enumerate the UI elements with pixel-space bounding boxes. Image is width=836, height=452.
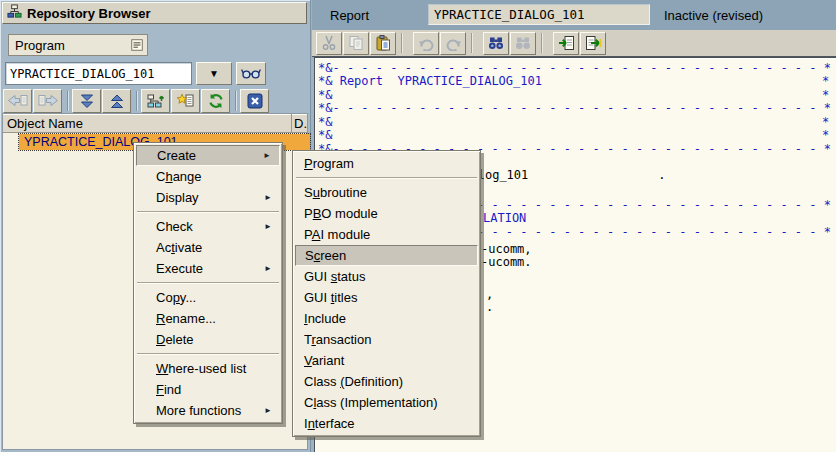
menu-item-screen[interactable]: Screen (295, 245, 478, 266)
browser-toolbar (3, 88, 270, 113)
next-object-button[interactable] (553, 32, 579, 55)
report-label: Report (330, 8, 369, 23)
menu-item-pbo-module[interactable]: PBO module (295, 203, 478, 224)
menu-item-transaction[interactable]: Transaction (295, 329, 478, 350)
menu-item-label: Find (156, 382, 181, 397)
toolbar-separator (132, 90, 141, 112)
menu-item-label: Class (Definition) (304, 374, 403, 389)
chevron-down-icon: ▼ (209, 68, 219, 79)
glasses-icon (241, 67, 261, 80)
menu-item-label: Display (156, 190, 199, 205)
close-x-icon (247, 93, 263, 109)
menu-item-more-functions[interactable]: More functions► (136, 400, 280, 421)
toolbar-separator (63, 90, 72, 112)
menu-item-display[interactable]: Display► (136, 187, 280, 208)
menu-item-label: Screen (305, 248, 346, 263)
back-doc-icon (7, 93, 29, 108)
forward-doc-button (33, 89, 62, 113)
display-object-button[interactable] (236, 62, 266, 85)
menu-item-label: PAI module (304, 227, 370, 242)
menu-item-label: Rename... (156, 311, 216, 326)
last-object-button[interactable] (580, 32, 606, 55)
copy-icon (348, 35, 364, 51)
undo-icon (418, 36, 435, 51)
submenu-arrow-icon: ► (264, 264, 272, 273)
menu-item-label: Class (Implementation) (304, 395, 438, 410)
expand-all-icon (79, 93, 95, 109)
menu-item-delete[interactable]: Delete (136, 329, 280, 350)
toolbar-separator (537, 32, 553, 54)
object-name-input[interactable]: YPRACTICE_DIALOG_101 (5, 62, 192, 85)
menu-item-check[interactable]: Check► (136, 216, 280, 237)
repository-browser-icon (7, 4, 22, 22)
menu-item-class-definition[interactable]: Class (Definition) (295, 371, 478, 392)
menu-item-activate[interactable]: Activate (136, 237, 280, 258)
cut-icon (321, 35, 337, 51)
favorites-doc-button[interactable] (171, 89, 200, 113)
menu-item-label: Variant (304, 353, 344, 368)
combo-list-icon[interactable] (130, 38, 144, 52)
menu-item-variant[interactable]: Variant (295, 350, 478, 371)
menu-item-label: Include (304, 311, 346, 326)
tree-header: Object Name D. (3, 114, 307, 133)
collapse-all-button[interactable] (102, 89, 131, 113)
object-type-value: Program (15, 38, 65, 53)
report-name-field[interactable]: YPRACTICE_DIALOG_101 (428, 4, 650, 25)
panel-title: Repository Browser (27, 6, 151, 21)
menu-item-where-used-list[interactable]: Where-used list (136, 358, 280, 379)
toolbar-separator (231, 90, 240, 112)
editor-toolbar (312, 30, 836, 57)
close-x-button[interactable] (240, 89, 269, 113)
cut-button (316, 32, 342, 55)
menu-item-subroutine[interactable]: Subroutine (295, 182, 478, 203)
refresh-icon (208, 93, 224, 109)
menu-item-interface[interactable]: Interface (295, 413, 478, 434)
menu-item-execute[interactable]: Execute► (136, 258, 280, 279)
undo-button (413, 32, 439, 55)
menu-item-class-implementation[interactable]: Class (Implementation) (295, 392, 478, 413)
menu-item-label: Execute (156, 261, 203, 276)
last-object-icon (585, 35, 602, 51)
find-button[interactable] (483, 32, 509, 55)
menu-item-label: Create (157, 148, 196, 163)
paste-button[interactable] (370, 32, 396, 55)
menu-item-pai-module[interactable]: PAI module (295, 224, 478, 245)
menu-item-label: Check (156, 219, 193, 234)
object-name-dropdown-button[interactable]: ▼ (196, 62, 232, 85)
find-icon (488, 35, 504, 51)
menu-item-create[interactable]: Create► (136, 145, 280, 166)
context-menu: Create►ChangeDisplay►Check►ActivateExecu… (133, 142, 283, 424)
menu-item-include[interactable]: Include (295, 308, 478, 329)
menu-item-label: GUI status (304, 269, 365, 284)
menu-item-find[interactable]: Find (136, 379, 280, 400)
menu-item-label: PBO module (304, 206, 378, 221)
submenu-arrow-icon: ► (263, 151, 271, 160)
menu-item-label: Program (304, 156, 354, 171)
toolbar-separator (467, 32, 483, 54)
sap-workbench-window: Repository Browser Program YPRACTICE_DIA… (0, 0, 836, 452)
menu-item-gui-titles[interactable]: GUI titles (295, 287, 478, 308)
menu-item-label: Transaction (304, 332, 371, 347)
menu-item-label: Copy... (156, 290, 196, 305)
column-header-d: D. (292, 114, 307, 132)
back-doc-button (3, 89, 32, 113)
menu-item-program[interactable]: Program (295, 153, 478, 174)
menu-item-copy[interactable]: Copy... (136, 287, 280, 308)
repository-browser-titlebar: Repository Browser (2, 2, 307, 24)
menu-item-label: Interface (304, 416, 355, 431)
favorites-doc-icon (177, 93, 194, 109)
next-object-icon (558, 35, 575, 51)
object-list-button[interactable] (141, 89, 170, 113)
refresh-button[interactable] (201, 89, 230, 113)
expand-all-button[interactable] (72, 89, 101, 113)
forward-doc-icon (37, 93, 59, 108)
menu-separator (137, 282, 279, 284)
object-type-combo[interactable]: Program (8, 34, 148, 56)
menu-item-change[interactable]: Change (136, 166, 280, 187)
menu-item-gui-status[interactable]: GUI status (295, 266, 478, 287)
menu-item-rename[interactable]: Rename... (136, 308, 280, 329)
menu-item-label: GUI titles (304, 290, 357, 305)
editor-header-band: Report YPRACTICE_DIALOG_101 Inactive (re… (312, 0, 836, 30)
find-next-icon (515, 35, 531, 51)
status-text: Inactive (revised) (664, 8, 763, 23)
